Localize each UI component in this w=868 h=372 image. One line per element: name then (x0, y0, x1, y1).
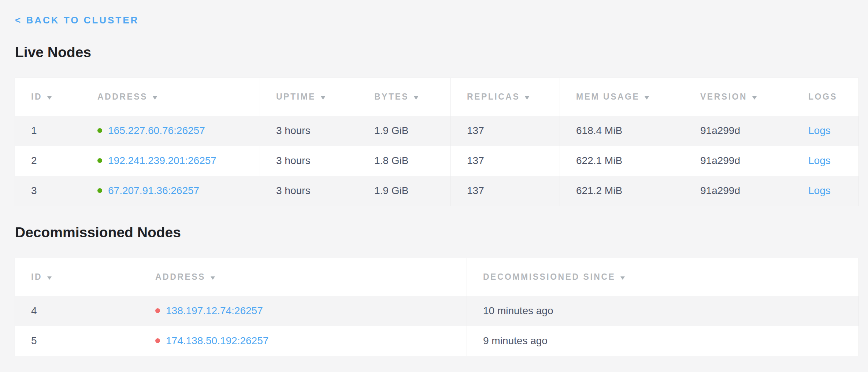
logs-link[interactable]: Logs (808, 185, 831, 196)
uptime-cell: 3 hours (260, 176, 358, 206)
node-id-cell: 4 (15, 296, 139, 326)
column-header-bytes[interactable]: BYTES (358, 78, 451, 116)
column-header-label: REPLICAS (467, 92, 520, 101)
live-nodes-header-row: ID ADDRESS UPTIME BYTES REPLICAS MEM USA… (15, 78, 859, 116)
logs-link[interactable]: Logs (808, 155, 831, 166)
column-header-version[interactable]: VERSION (684, 78, 792, 116)
sort-arrow-icon (414, 96, 418, 100)
logs-cell: Logs (792, 116, 859, 146)
column-header-mem-usage[interactable]: MEM USAGE (560, 78, 684, 116)
logs-cell: Logs (792, 146, 859, 176)
sort-arrow-icon (752, 96, 757, 100)
live-nodes-title: Live Nodes (15, 44, 868, 61)
decommissioned-nodes-table: ID ADDRESS DECOMMISSIONED SINCE 4 138.19… (15, 258, 859, 356)
logs-link[interactable]: Logs (808, 125, 831, 136)
version-cell: 91a299d (684, 146, 792, 176)
column-header-label: LOGS (808, 92, 837, 101)
column-header-id[interactable]: ID (15, 258, 139, 296)
sort-arrow-icon (47, 276, 52, 280)
sort-arrow-icon (620, 276, 625, 280)
live-status-dot-icon (97, 188, 102, 193)
column-header-label: ID (31, 272, 42, 282)
replicas-cell: 137 (451, 146, 560, 176)
column-header-decommissioned-since[interactable]: DECOMMISSIONED SINCE (467, 258, 859, 296)
node-address-link[interactable]: 165.227.60.76:26257 (108, 125, 205, 136)
bytes-cell: 1.8 GiB (358, 146, 451, 176)
column-header-replicas[interactable]: REPLICAS (451, 78, 560, 116)
table-row: 3 67.207.91.36:26257 3 hours 1.9 GiB 137… (15, 176, 859, 206)
replicas-cell: 137 (451, 116, 560, 146)
mem-usage-cell: 622.1 MiB (560, 146, 684, 176)
table-row: 4 138.197.12.74:26257 10 minutes ago (15, 296, 859, 326)
column-header-address[interactable]: ADDRESS (81, 78, 260, 116)
mem-usage-cell: 618.4 MiB (560, 116, 684, 146)
column-header-label: VERSION (700, 92, 747, 101)
uptime-cell: 3 hours (260, 146, 358, 176)
decommissioned-status-dot-icon (155, 338, 160, 343)
sort-arrow-icon (153, 96, 157, 100)
version-cell: 91a299d (684, 176, 792, 206)
decommissioned-header-row: ID ADDRESS DECOMMISSIONED SINCE (15, 258, 859, 296)
version-cell: 91a299d (684, 116, 792, 146)
sort-arrow-icon (645, 96, 649, 100)
node-id-cell: 2 (15, 146, 81, 176)
column-header-logs: LOGS (792, 78, 859, 116)
column-header-uptime[interactable]: UPTIME (260, 78, 358, 116)
node-id-cell: 3 (15, 176, 81, 206)
node-address-link[interactable]: 174.138.50.192:26257 (166, 335, 268, 346)
replicas-cell: 137 (451, 176, 560, 206)
node-id-cell: 1 (15, 116, 81, 146)
sort-arrow-icon (525, 96, 529, 100)
column-header-label: DECOMMISSIONED SINCE (483, 272, 615, 282)
column-header-label: ADDRESS (155, 272, 205, 282)
bytes-cell: 1.9 GiB (358, 116, 451, 146)
sort-arrow-icon (211, 276, 215, 280)
column-header-label: ADDRESS (97, 92, 148, 101)
logs-cell: Logs (792, 176, 859, 206)
decommissioned-since-cell: 9 minutes ago (467, 326, 859, 356)
node-address-cell: 165.227.60.76:26257 (81, 116, 260, 146)
live-nodes-table: ID ADDRESS UPTIME BYTES REPLICAS MEM USA… (15, 78, 859, 206)
node-address-cell: 138.197.12.74:26257 (139, 296, 467, 326)
decommissioned-nodes-title: Decommissioned Nodes (15, 224, 868, 241)
table-row: 1 165.227.60.76:26257 3 hours 1.9 GiB 13… (15, 116, 859, 146)
node-address-link[interactable]: 192.241.239.201:26257 (108, 155, 216, 166)
table-row: 5 174.138.50.192:26257 9 minutes ago (15, 326, 859, 356)
column-header-label: MEM USAGE (576, 92, 639, 101)
live-status-dot-icon (97, 128, 102, 133)
decommissioned-since-cell: 10 minutes ago (467, 296, 859, 326)
table-row: 2 192.241.239.201:26257 3 hours 1.8 GiB … (15, 146, 859, 176)
sort-arrow-icon (321, 96, 325, 100)
node-address-cell: 174.138.50.192:26257 (139, 326, 467, 356)
back-to-cluster-link[interactable]: < BACK TO CLUSTER (15, 15, 139, 26)
live-status-dot-icon (97, 158, 102, 163)
uptime-cell: 3 hours (260, 116, 358, 146)
node-id-cell: 5 (15, 326, 139, 356)
sort-arrow-icon (47, 96, 52, 100)
column-header-label: UPTIME (276, 92, 316, 101)
node-address-cell: 192.241.239.201:26257 (81, 146, 260, 176)
bytes-cell: 1.9 GiB (358, 176, 451, 206)
node-address-link[interactable]: 67.207.91.36:26257 (108, 185, 199, 196)
mem-usage-cell: 621.2 MiB (560, 176, 684, 206)
node-address-link[interactable]: 138.197.12.74:26257 (166, 305, 263, 316)
node-address-cell: 67.207.91.36:26257 (81, 176, 260, 206)
decommissioned-status-dot-icon (155, 308, 160, 313)
column-header-label: ID (31, 92, 42, 101)
column-header-id[interactable]: ID (15, 78, 81, 116)
column-header-address[interactable]: ADDRESS (139, 258, 467, 296)
column-header-label: BYTES (374, 92, 409, 101)
